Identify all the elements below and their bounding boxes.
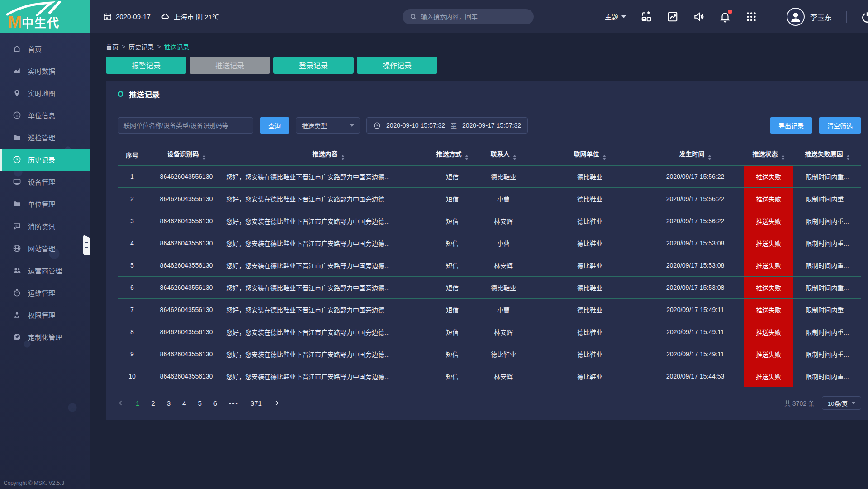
table-row: 2 864626043556130 您好，您安装在德比鞋业下晋江市广安路野力中国… [118, 187, 861, 210]
cell-fail-reason: 限制时间内重... [793, 343, 861, 365]
col-header-fail-reason[interactable]: 推送失败原因 [793, 144, 861, 165]
user-menu[interactable]: 李玉东 [787, 8, 832, 26]
next-page-button[interactable] [274, 400, 280, 406]
date-range-picker[interactable]: 2020-09-10 15:57:32 至 2020-09-17 15:57:3… [366, 117, 528, 134]
table-row: 5 864626043556130 您好，您安装在德比鞋业下晋江市广安路野力中国… [118, 254, 861, 276]
export-records-button[interactable]: 导出记录 [770, 117, 812, 134]
sidebar-item-operator-mgmt[interactable]: 运营商管理 [0, 259, 90, 282]
tab-login-records[interactable]: 登录记录 [273, 57, 354, 74]
stopwatch-icon [12, 288, 21, 297]
query-button[interactable]: 查询 [260, 117, 289, 134]
info-circle-icon [12, 111, 21, 120]
logo-letter: M [8, 14, 22, 30]
sidebar-item-realtime-data[interactable]: 实时数据 [0, 60, 90, 82]
power-logout-icon[interactable] [861, 11, 868, 23]
page-ellipsis[interactable]: ••• [229, 399, 239, 407]
section-header: 推送记录 [106, 81, 868, 107]
volume-icon[interactable] [693, 11, 705, 23]
topbar-left: 2020-09-17 上海市 阴 21℃ [103, 12, 220, 21]
global-search-input[interactable] [421, 13, 526, 20]
cell-fail-reason: 限制时间内重... [793, 254, 861, 276]
page-number[interactable]: 3 [167, 399, 171, 407]
notification-bell-icon[interactable] [719, 11, 731, 23]
col-header-time[interactable]: 发生时间 [647, 144, 744, 165]
col-header-content[interactable]: 推送内容 [226, 144, 431, 165]
chart-panel-icon[interactable] [667, 11, 678, 23]
sidebar-item-customization-mgmt[interactable]: 定制化管理 [0, 326, 90, 348]
col-header-method[interactable]: 推送方式 [431, 144, 474, 165]
tab-alarm-records[interactable]: 报警记录 [106, 57, 186, 74]
col-header-unit[interactable]: 联网单位 [533, 144, 647, 165]
cell-no: 1 [118, 165, 147, 187]
clear-filters-button[interactable]: 清空筛选 [819, 117, 861, 134]
weather-display: 上海市 阴 21℃ [161, 12, 220, 21]
page-number[interactable]: 6 [213, 399, 217, 407]
sort-icon [781, 155, 785, 160]
sidebar-item-history[interactable]: 历史记录 [0, 149, 90, 171]
breadcrumb-home[interactable]: 首页 [106, 42, 119, 51]
sidebar-item-label: 历史记录 [28, 155, 55, 164]
page-number[interactable]: 5 [198, 399, 201, 407]
cell-device-id: 864626043556130 [147, 343, 226, 365]
layout-switch-icon[interactable] [640, 11, 652, 23]
sort-icon [465, 155, 469, 160]
sidebar-item-fire-news[interactable]: 消防资讯 [0, 215, 90, 237]
sidebar-item-home[interactable]: 首页 [0, 38, 90, 60]
sidebar-item-inspection[interactable]: 巡检管理 [0, 126, 90, 149]
cell-content: 您好，您安装在德比鞋业下晋江市广安路野力中国旁边德... [226, 165, 431, 187]
cell-fail-reason: 限制时间内重... [793, 187, 861, 210]
cell-contact: 林安辉 [474, 254, 533, 276]
cell-unit: 德比鞋业 [533, 276, 647, 298]
cell-no: 9 [118, 343, 147, 365]
status-badge: 推送失败 [744, 298, 793, 321]
cell-method: 短信 [431, 210, 474, 232]
cell-unit: 德比鞋业 [533, 343, 647, 365]
sidebar-item-unit-mgmt[interactable]: 单位管理 [0, 193, 90, 215]
col-header-contact[interactable]: 联系人 [474, 144, 533, 165]
sidebar-item-device-mgmt[interactable]: 设备管理 [0, 171, 90, 193]
page-size-value: 10条/页 [828, 399, 848, 408]
sidebar-item-realtime-map[interactable]: 实时地图 [0, 82, 90, 104]
tab-operation-records[interactable]: 操作记录 [357, 57, 437, 74]
page-number[interactable]: 4 [182, 399, 186, 407]
prev-page-button[interactable] [118, 400, 124, 406]
tag-icon [12, 333, 21, 342]
cell-unit: 德比鞋业 [533, 321, 647, 343]
col-header-device-id[interactable]: 设备识别码 [147, 144, 226, 165]
cell-unit: 德比鞋业 [533, 210, 647, 232]
table-row: 8 864626043556130 您好，您安装在德比鞋业下晋江市广安路野力中国… [118, 321, 861, 343]
sidebar-item-unit-info[interactable]: 单位信息 [0, 104, 90, 126]
cell-time: 2020/09/17 15:56:22 [647, 210, 744, 232]
cell-unit: 德比鞋业 [533, 187, 647, 210]
status-badge: 推送失败 [744, 321, 793, 343]
clock-icon [373, 122, 381, 129]
cell-device-id: 864626043556130 [147, 321, 226, 343]
cell-content: 您好，您安装在德比鞋业下晋江市广安路野力中国旁边德... [226, 187, 431, 210]
theme-dropdown[interactable]: 主题 [605, 12, 626, 21]
cell-method: 短信 [431, 254, 474, 276]
cell-method: 短信 [431, 232, 474, 254]
page-number[interactable]: 2 [151, 399, 155, 407]
push-type-select[interactable]: 推送类型 [296, 117, 360, 134]
page-number-last[interactable]: 371 [251, 399, 262, 407]
cell-content: 您好，您安装在德比鞋业下晋江市广安路野力中国旁边德... [226, 321, 431, 343]
col-header-status[interactable]: 推送状态 [744, 144, 793, 165]
cell-contact: 小曹 [474, 187, 533, 210]
breadcrumb-current: 推送记录 [164, 42, 189, 51]
sidebar-item-permission-mgmt[interactable]: 权限管理 [0, 304, 90, 326]
sidebar-item-ops-mgmt[interactable]: 运维管理 [0, 282, 90, 304]
weather-text: 上海市 阴 21℃ [174, 12, 220, 21]
status-badge: 推送失败 [744, 343, 793, 365]
apps-grid-icon[interactable] [745, 11, 757, 23]
date-separator: 至 [451, 121, 457, 130]
cell-no: 7 [118, 298, 147, 321]
breadcrumb-history[interactable]: 历史记录 [128, 42, 154, 51]
sidebar-item-label: 单位管理 [28, 199, 55, 209]
page-number[interactable]: 1 [136, 399, 139, 407]
page-size-select[interactable]: 10条/页 [822, 396, 861, 410]
filter-search-input[interactable] [118, 117, 253, 134]
tab-push-records[interactable]: 推送记录 [190, 57, 270, 74]
sidebar-item-website-mgmt[interactable]: 网站管理 [0, 237, 90, 259]
total-count-text: 共 3702 条 [784, 398, 815, 408]
cell-contact: 林安辉 [474, 210, 533, 232]
